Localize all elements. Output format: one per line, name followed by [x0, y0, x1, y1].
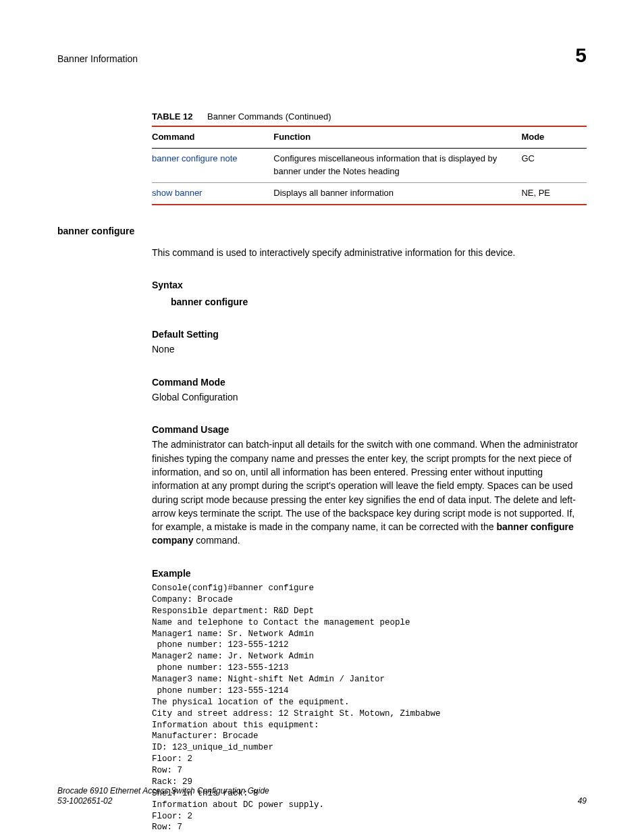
table-caption-text: Banner Commands (Continued) [207, 111, 331, 122]
command-description: This command is used to interactively sp… [152, 246, 587, 259]
command-table: Command Function Mode banner configure n… [152, 126, 587, 205]
table-row: show banner Displays all banner informat… [152, 182, 587, 204]
page-footer: Brocade 6910 Ethernet Access Switch Conf… [57, 786, 587, 807]
syntax-value: banner configure [171, 295, 587, 309]
command-mode-label: Command Mode [152, 375, 587, 389]
command-function: Displays all banner information [273, 182, 521, 204]
syntax-label: Syntax [152, 278, 587, 292]
default-setting-label: Default Setting [152, 328, 587, 341]
command-name-heading: banner configure [57, 224, 587, 238]
command-usage-label: Command Usage [152, 423, 587, 436]
header-chapter-number: 5 [575, 41, 587, 70]
command-function: Configures miscellaneous information tha… [273, 149, 521, 183]
command-usage-text: The administrator can batch-input all de… [152, 438, 587, 547]
table-row: banner configure note Configures miscell… [152, 149, 587, 183]
default-setting-value: None [152, 342, 587, 356]
usage-text-part2: command. [193, 535, 240, 546]
table-header-function: Function [273, 126, 521, 148]
command-mode: NE, PE [521, 182, 587, 204]
footer-doc-number: 53-1002651-02 [57, 796, 269, 807]
command-link[interactable]: show banner [152, 188, 202, 198]
command-mode-value: Global Configuration [152, 390, 587, 404]
header-section-title: Banner Information [57, 52, 138, 66]
command-link[interactable]: banner configure note [152, 153, 237, 163]
table-caption-label: TABLE 12 [152, 111, 192, 122]
usage-text-part1: The administrator can batch-input all de… [152, 439, 578, 532]
table-caption: TABLE 12 Banner Commands (Continued) [152, 111, 587, 124]
footer-page-number: 49 [578, 796, 587, 807]
example-label: Example [152, 567, 587, 580]
table-header-mode: Mode [521, 126, 587, 148]
command-mode: GC [521, 149, 587, 183]
table-header-command: Command [152, 126, 273, 148]
page-header: Banner Information 5 [57, 41, 587, 70]
footer-doc-title: Brocade 6910 Ethernet Access Switch Conf… [57, 786, 269, 797]
